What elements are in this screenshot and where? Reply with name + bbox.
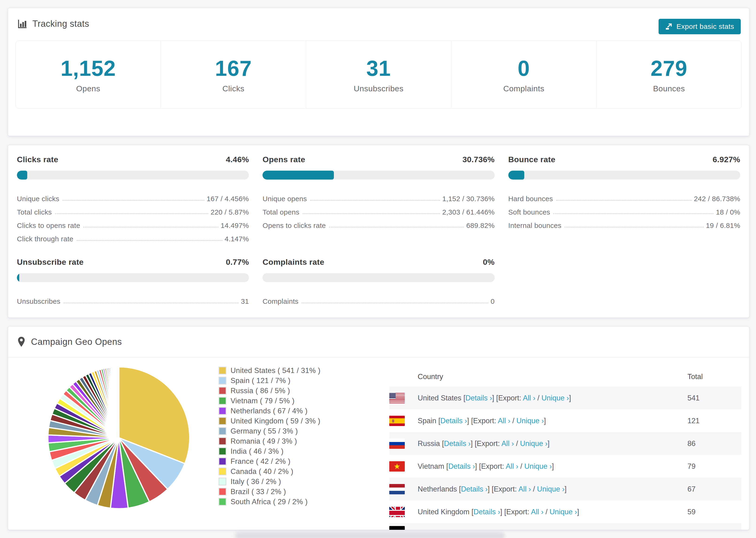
export-unique-link[interactable]: Unique › (541, 394, 569, 402)
ru-flag-icon (389, 439, 405, 449)
rate-detail-value: 242 / 86.738% (694, 195, 740, 203)
legend-item-canada: Canada ( 40 / 2% ) (219, 466, 320, 476)
details-link[interactable]: Details › (448, 462, 475, 470)
rate-title: Opens rate (262, 155, 305, 164)
legend-swatch (219, 498, 226, 506)
vn-flag-icon (389, 461, 405, 471)
export-all-link[interactable]: All › (502, 439, 514, 448)
rate-progress-fill (17, 273, 19, 282)
geo-country-table: Country Total United States [Details ›] … (389, 367, 741, 530)
geo-table-row-netherlands: Netherlands [Details ›] [Export: All › /… (389, 478, 741, 501)
country-name: United Kingdom (418, 508, 471, 516)
geo-table-row-vietnam: Vietnam [Details ›] [Export: All › / Uni… (389, 455, 741, 478)
dotted-leader (329, 227, 464, 228)
geo-header: Campaign Geo Opens (8, 327, 749, 357)
rate-progress-track (262, 171, 495, 180)
geo-table-row-russia: Russia [Details ›] [Export: All › / Uniq… (389, 432, 741, 455)
rate-title: Unsubscribe rate (17, 257, 83, 267)
legend-item-united-kingdom: United Kingdom ( 59 / 3% ) (219, 416, 320, 426)
legend-item-italy: Italy ( 36 / 2% ) (219, 476, 320, 487)
legend-label: Vietnam ( 79 / 5% ) (231, 397, 295, 405)
legend-item-south-africa: South Africa ( 29 / 2% ) (219, 497, 320, 507)
dotted-leader (565, 227, 703, 228)
export-unique-link[interactable]: Unique › (524, 462, 552, 470)
page-title: Tracking stats (32, 19, 89, 29)
export-icon (665, 23, 673, 30)
rate-title: Complaints rate (262, 257, 324, 267)
export-all-link[interactable]: All › (531, 508, 543, 516)
country-name: United States (418, 394, 463, 402)
rate-progress-fill (508, 171, 524, 180)
country-total-value: 541 (687, 394, 741, 402)
gb-flag-icon (389, 507, 405, 517)
stat-card-complaints: 0Complaints (451, 41, 596, 108)
export-unique-link[interactable]: Unique › (550, 508, 577, 516)
stat-value: 1,152 (61, 56, 116, 81)
country-name: Russia (418, 439, 442, 448)
legend-label: Spain ( 121 / 7% ) (231, 377, 291, 385)
pie-slice (119, 367, 119, 438)
dotted-leader (63, 200, 204, 201)
legend-swatch (219, 478, 226, 485)
legend-item-india: India ( 46 / 3% ) (219, 446, 320, 456)
legend-swatch (219, 407, 226, 415)
rate-detail-row: Hard bounces242 / 86.738% (508, 189, 740, 203)
rate-detail-label: Clicks to opens rate (17, 222, 80, 230)
dotted-leader (553, 213, 714, 214)
legend-swatch (219, 397, 226, 405)
stat-value: 31 (366, 56, 391, 81)
legend-item-spain: Spain ( 121 / 7% ) (219, 376, 320, 386)
legend-label: United Kingdom ( 59 / 3% ) (231, 417, 320, 425)
rate-section-complaints-rate: Complaints rate0%Complaints0 (262, 257, 495, 305)
geo-table-row-united-kingdom: United Kingdom [Details ›] [Export: All … (389, 501, 741, 523)
rate-detail-value: 167 / 4.456% (207, 195, 249, 203)
details-link[interactable]: Details › (465, 394, 492, 402)
rate-value: 6.927% (713, 155, 740, 164)
stat-label: Opens (76, 84, 100, 93)
legend-label: Netherlands ( 67 / 4% ) (231, 407, 307, 415)
legend-swatch (219, 417, 226, 425)
rate-progress-track (17, 171, 249, 180)
stat-value: 0 (518, 56, 530, 81)
dotted-leader (556, 200, 692, 201)
rate-detail-label: Opens to clicks rate (262, 222, 326, 230)
details-link[interactable]: Details › (473, 508, 500, 516)
legend-label: Romania ( 49 / 3% ) (231, 437, 297, 446)
legend-label: Italy ( 36 / 2% ) (231, 477, 281, 486)
rate-progress-track (508, 171, 740, 180)
rate-progress-fill (17, 171, 27, 180)
export-all-link[interactable]: All › (523, 394, 535, 402)
rate-detail-row: Unique clicks167 / 4.456% (17, 189, 249, 203)
rate-detail-row: Soft bounces18 / 0% (508, 203, 740, 216)
legend-label: Canada ( 40 / 2% ) (231, 467, 293, 476)
details-link[interactable]: Details › (461, 485, 488, 493)
rate-detail-label: Total clicks (17, 208, 52, 216)
export-unique-link[interactable]: Unique › (516, 417, 544, 425)
geo-table-row-united-states: United States [Details ›] [Export: All ›… (389, 387, 741, 409)
rate-section-bounce-rate: Bounce rate6.927%Hard bounces242 / 86.73… (508, 155, 740, 243)
details-link[interactable]: Details › (441, 417, 467, 425)
de-flag-icon (389, 526, 405, 530)
rate-detail-row: Clicks to opens rate14.497% (17, 216, 249, 230)
rate-detail-value: 31 (241, 297, 249, 305)
tracking-stats-panel: Tracking stats Export basic stats 1,152O… (8, 8, 749, 136)
details-link[interactable]: Details › (444, 439, 471, 448)
legend-swatch (219, 427, 226, 435)
stat-card-clicks: 167Clicks (161, 41, 306, 108)
legend-swatch (219, 488, 226, 496)
legend-label: Russia ( 86 / 5% ) (231, 387, 290, 395)
rate-value: 0% (483, 257, 495, 267)
rate-detail-value: 14.497% (221, 222, 249, 230)
rate-detail-value: 220 / 5.87% (211, 208, 249, 216)
nl-flag-icon (389, 484, 405, 494)
export-all-link[interactable]: All › (518, 485, 531, 493)
export-all-link[interactable]: All › (506, 462, 518, 470)
export-basic-stats-button[interactable]: Export basic stats (659, 19, 741, 34)
stat-card-opens: 1,152Opens (16, 41, 161, 108)
rate-detail-row: Opens to clicks rate689.82% (262, 216, 495, 230)
rate-detail-label: Hard bounces (508, 195, 553, 203)
export-unique-link[interactable]: Unique › (537, 485, 565, 493)
export-unique-link[interactable]: Unique › (520, 439, 548, 448)
export-all-link[interactable]: All › (498, 417, 510, 425)
stat-card-unsubscribes: 31Unsubscribes (306, 41, 451, 108)
